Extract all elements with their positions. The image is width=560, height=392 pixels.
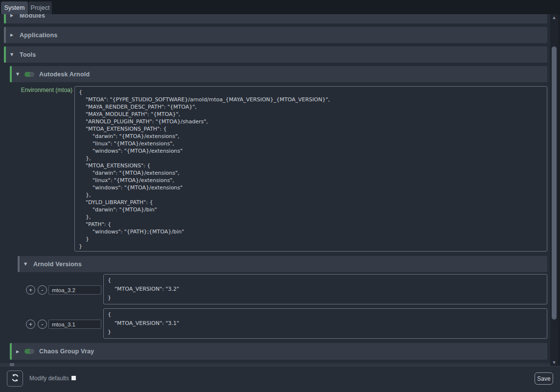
vray-collapsed-arrow-icon: ▶ (15, 349, 21, 354)
settings-window: System Project ▶ Modules ▶ Applications … (0, 0, 560, 392)
tools-title: Tools (20, 51, 36, 58)
arnold-versions-expanded-arrow-icon: ▼ (23, 262, 28, 266)
arnold-expanded-arrow-icon: ▼ (15, 72, 21, 76)
vertical-scrollbar-thumb[interactable] (552, 46, 557, 320)
vertical-scrollbar: ▲ ▼ (550, 14, 558, 366)
section-header-modules[interactable]: ▶ Modules (4, 14, 547, 23)
tab-bar: System Project (0, 0, 560, 14)
version-code-editor[interactable]: { "MTOA_VERSION": "3.2" } (103, 274, 547, 304)
applications-title: Applications (20, 32, 57, 39)
arnold-versions-accent-bar (18, 256, 20, 272)
section-header-autodesk-arnold[interactable]: ▼ Autodesk Arnold (10, 66, 547, 82)
arnold-accent-bar (10, 66, 12, 82)
window-edge (558, 14, 560, 366)
vray-accent-bar (10, 343, 12, 360)
arnold-enabled-toggle[interactable] (24, 72, 34, 77)
vray-title: Chaos Group Vray (39, 348, 94, 355)
section-header-arnold-versions[interactable]: ▼ Arnold Versions (18, 256, 547, 272)
scroll-down-button[interactable]: ▼ (550, 359, 558, 366)
arnold-toggle-knob (29, 72, 34, 77)
vray-enabled-toggle[interactable] (24, 349, 34, 354)
save-button[interactable]: Save (535, 372, 553, 385)
add-version-button[interactable]: + (26, 320, 35, 329)
modules-title: Modules (20, 14, 45, 19)
tab-system[interactable]: System (1, 1, 28, 14)
tab-project-label: Project (31, 4, 50, 11)
vray-toggle-knob (29, 349, 34, 354)
modules-collapsed-arrow-icon: ▶ (9, 14, 15, 18)
tab-project[interactable]: Project (28, 1, 52, 14)
settings-scroll-area: ▶ Modules ▶ Applications ▼ Tools ▼ Autod… (0, 14, 550, 366)
tab-system-label: System (4, 4, 25, 11)
modules-accent-bar (4, 14, 6, 23)
environment-mtoa-label: Environment (mtoa) (10, 87, 72, 93)
version-code-editor[interactable]: { "MTOA_VERSION": "3.1" } (103, 308, 547, 339)
refresh-icon (11, 373, 20, 384)
modify-defaults-label: Modify defaults (29, 375, 69, 382)
modify-defaults-checkbox[interactable] (71, 376, 76, 380)
section-header-applications[interactable]: ▶ Applications (4, 27, 547, 43)
remove-version-button[interactable]: - (38, 285, 47, 295)
add-version-button[interactable]: + (26, 285, 35, 295)
arnold-title: Autodesk Arnold (39, 71, 90, 78)
version-name-input[interactable] (48, 320, 101, 329)
environment-mtoa-code-editor[interactable]: { "MTOA": "{PYPE_STUDIO_SOFTWARE}/arnold… (74, 86, 547, 252)
section-header-chaos-group-vray[interactable]: ▶ Chaos Group Vray (10, 343, 547, 360)
scroll-up-button[interactable]: ▲ (550, 14, 558, 21)
section-header-tools[interactable]: ▼ Tools (4, 46, 547, 63)
applications-collapsed-arrow-icon: ▶ (9, 33, 15, 37)
applications-accent-bar (4, 27, 6, 43)
arnold-versions-title: Arnold Versions (33, 261, 82, 268)
version-name-input[interactable] (48, 285, 101, 295)
refresh-button[interactable] (7, 370, 23, 387)
tools-accent-bar (4, 46, 6, 63)
remove-version-button[interactable]: - (38, 320, 47, 329)
footer-bar: Modify defaults Save (0, 366, 560, 392)
tools-expanded-arrow-icon: ▼ (9, 52, 15, 57)
